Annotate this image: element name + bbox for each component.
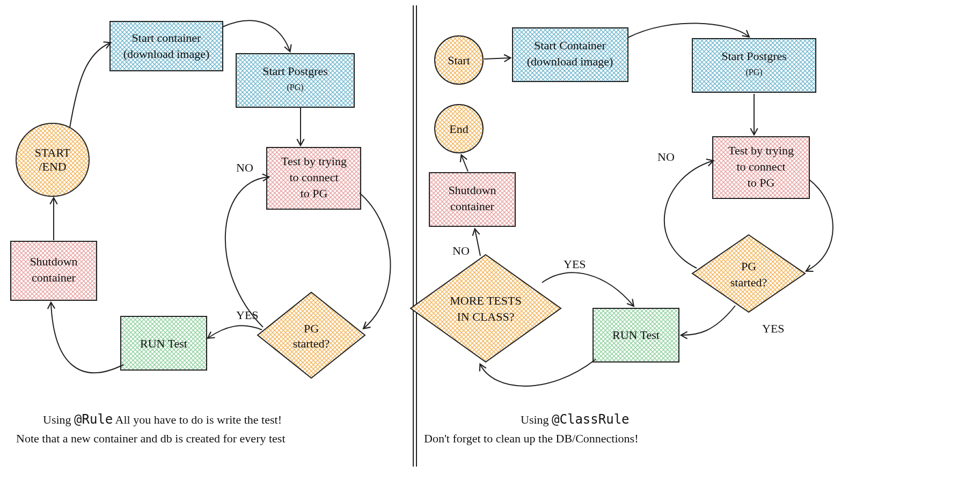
pg-started-l2: started? (730, 276, 767, 289)
edge-container-to-pg (628, 23, 749, 38)
edge-decision-yes (208, 326, 262, 338)
edge-more-no (475, 230, 480, 256)
test-connect-l3: to PG (748, 176, 775, 189)
shutdown-l2: container (32, 271, 76, 284)
edge-start-to-container (484, 58, 510, 59)
pg-started-decision (692, 235, 805, 312)
more-tests-l1: MORE TESTS (450, 294, 521, 307)
svg-marker-4 (258, 292, 365, 378)
start-postgres-l1: Start Postgres (721, 49, 787, 63)
right-cap1b: @ClassRule (552, 412, 630, 427)
start-postgres-node (692, 39, 816, 92)
test-connect-l3: to PG (301, 187, 328, 200)
edge-container-to-pg (223, 20, 290, 51)
start-container-label2: (download image) (123, 47, 210, 61)
pg-no-label: NO (657, 150, 675, 164)
right-cap1a: Using (521, 413, 552, 426)
left-caption-1: Using @Rule All you have to do is write … (43, 412, 282, 427)
edge-test-to-decision (807, 180, 833, 271)
left-caption-2: Note that a new container and db is crea… (16, 432, 286, 445)
test-connect-l1: Test by trying (281, 154, 347, 168)
start-postgres-label: Start Postgres (262, 64, 328, 78)
start-postgres-l2: (PG) (745, 68, 762, 77)
end-label: End (449, 122, 468, 136)
pg-started-l2: started? (293, 337, 330, 350)
pg-started-l1: PG (304, 322, 319, 335)
start-label: Start (448, 54, 470, 67)
edge-run-to-more (480, 359, 596, 386)
more-no-label: NO (452, 244, 470, 257)
left-cap1c: All you have to do is write the test! (113, 413, 282, 426)
more-tests-decision (411, 255, 561, 362)
left-cap1a: Using (43, 413, 74, 426)
start-container-node (110, 21, 223, 71)
start-container-label1: Start container (132, 31, 202, 45)
left-cap1b: @Rule (74, 412, 113, 427)
start-container-l1: Start Container (534, 39, 606, 52)
shutdown-l2: container (450, 199, 495, 213)
more-tests-l2: IN CLASS? (457, 310, 515, 323)
right-diagram: Start End Start Container (download imag… (411, 23, 833, 445)
start-end-label: START (35, 146, 71, 159)
run-test-label: RUN Test (140, 337, 187, 350)
no-label: NO (236, 161, 253, 174)
pg-yes-label: YES (762, 322, 785, 335)
right-caption-2: Don't forget to clean up the DB/Connecti… (424, 432, 638, 445)
test-connect-l2: to connect (289, 171, 338, 184)
edge-pgdec-no (664, 161, 713, 268)
edge-shutdown-to-end (462, 156, 468, 172)
left-diagram: START /END Start container (download ima… (11, 20, 390, 445)
run-test-label: RUN Test (612, 328, 660, 342)
flowchart-svg: START /END Start container (download ima… (0, 0, 980, 488)
start-container-l2: (download image) (527, 55, 613, 68)
right-caption-1: Using @ClassRule (521, 412, 630, 427)
edge-pgdec-yes (682, 306, 735, 335)
edge-test-to-decision (360, 193, 390, 328)
edge-more-yes (542, 272, 633, 306)
start-postgres-sub: (PG) (287, 83, 303, 92)
pg-started-l1: PG (741, 260, 756, 273)
edge-start-to-container (70, 43, 110, 128)
start-postgres-node (236, 54, 354, 107)
more-yes-label: YES (564, 257, 586, 271)
test-connect-l1: Test by trying (728, 144, 794, 157)
shutdown-l1: Shutdown (30, 255, 77, 268)
edge-decision-no (225, 177, 268, 327)
test-connect-l2: to connect (736, 160, 785, 173)
shutdown-l1: Shutdown (448, 183, 496, 197)
edge-run-to-shutdown (51, 303, 123, 373)
start-end-label2: /END (39, 160, 66, 173)
yes-label: YES (236, 308, 259, 322)
pg-started-decision (258, 292, 365, 378)
